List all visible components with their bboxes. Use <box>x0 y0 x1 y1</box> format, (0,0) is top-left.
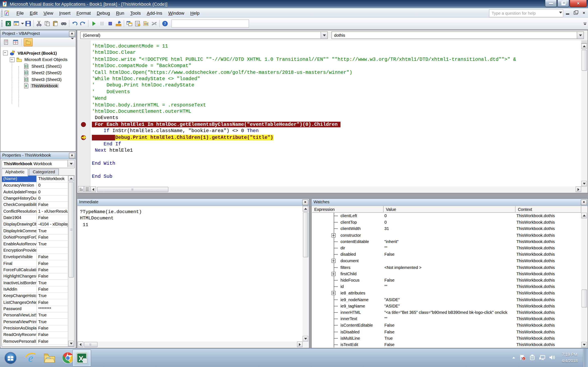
property-row[interactable]: PrecisionAsDisplayedFalse <box>2 325 74 332</box>
show-desktop-button[interactable] <box>584 349 588 367</box>
property-row[interactable]: (Name)ThisWorkbook <box>2 175 74 182</box>
immediate-vscrollbar[interactable] <box>303 206 309 342</box>
properties-close-icon[interactable]: × <box>69 153 75 158</box>
tree-item-sheet1sheet1[interactable]: Sheet1 (Sheet1) <box>22 63 63 69</box>
help-button[interactable]: ? <box>161 20 169 28</box>
code-line[interactable]: 'Call htmlDoc.Open("https://www.oddschec… <box>90 69 581 76</box>
code-line[interactable]: 'htmlIDoc.Clear <box>90 50 581 56</box>
menu-item-run[interactable]: Run <box>113 9 127 17</box>
object-combo-arrow-icon[interactable] <box>320 32 327 39</box>
object-browser-button[interactable] <box>142 20 150 28</box>
power-plug-icon[interactable] <box>529 354 536 362</box>
code-hscrollbar[interactable] <box>78 187 581 192</box>
object-combo[interactable]: (General) <box>80 31 328 39</box>
menu-item-help[interactable]: Help <box>187 9 203 17</box>
watch-row[interactable]: id""ThisWorkbook.dothis <box>312 284 581 290</box>
cut-button[interactable] <box>35 20 43 28</box>
tree-item-sheet3sheet3[interactable]: Sheet3 (Sheet3) <box>22 76 63 82</box>
menu-item-tools[interactable]: Tools <box>127 9 144 17</box>
watch-row[interactable]: innerText""ThisWorkbook.dothis <box>312 316 581 322</box>
code-line[interactable]: 'htmlDoc.documentMode = 11 <box>90 43 581 50</box>
save-button[interactable] <box>24 20 32 28</box>
properties-window-button[interactable] <box>134 20 142 28</box>
watch-row[interactable]: clientWidth31ThisWorkbook.dothis <box>312 225 581 232</box>
prop-vscroll-thumb[interactable] <box>69 182 74 277</box>
property-row[interactable]: InactiveListBorderVisibleTrue <box>2 280 74 286</box>
column-header-value[interactable]: Value <box>384 206 516 213</box>
property-row[interactable]: ForceFullCalculationFalse <box>2 267 74 273</box>
tab-alphabetic[interactable]: Alphabetic <box>1 169 28 176</box>
watch-row[interactable]: ie9_nodeName"ASIDE"ThisWorkbook.dothis <box>312 296 581 303</box>
watch-row[interactable]: isDisabledFalseThisWorkbook.dothis <box>312 329 581 335</box>
mdi-restore-button[interactable] <box>573 10 579 16</box>
property-row[interactable]: DoNotPromptForConvertFalse <box>2 234 74 241</box>
scroll-up-icon[interactable] <box>581 43 587 49</box>
menu-item-debug[interactable]: Debug <box>94 9 113 17</box>
help-search-input[interactable]: Type a question for help <box>489 9 563 17</box>
watch-row[interactable]: innerHTML"<a title="Bet 365" class="b90m… <box>312 309 581 316</box>
properties-vscrollbar[interactable] <box>68 175 74 346</box>
action-center-icon[interactable]: x <box>519 354 526 362</box>
code-line[interactable]: End With <box>90 160 581 167</box>
menu-item-insert[interactable]: Insert <box>56 9 73 17</box>
immediate-line[interactable]: 11 <box>80 222 88 229</box>
collapse-icon[interactable] <box>10 57 15 62</box>
windows-explorer-button[interactable] <box>41 350 58 367</box>
view-code-button[interactable] <box>2 38 10 46</box>
property-row[interactable]: HighlightChangesOnScreenFalse <box>2 273 74 280</box>
mdi-minimize-button[interactable] <box>565 10 570 16</box>
column-header-expression[interactable]: Expression <box>312 206 384 213</box>
watch-row[interactable]: firstChildThisWorkbook.dothis <box>312 271 581 277</box>
property-row[interactable]: ConflictResolution1 - xlUserResolution <box>2 208 74 215</box>
watch-row[interactable]: disabledFalseThisWorkbook.dothis <box>312 251 581 258</box>
scroll-left-icon[interactable] <box>90 187 96 192</box>
network-icon[interactable] <box>539 354 545 362</box>
watch-row[interactable]: isMultiLineTrueThisWorkbook.dothis <box>312 335 581 342</box>
code-line[interactable]: ' Debug.Print htmlDoc.readyState <box>90 82 581 89</box>
watch-scroll-down-icon[interactable] <box>581 342 587 348</box>
watch-row[interactable]: dir""ThisWorkbook.dothis <box>312 245 581 251</box>
redo-button[interactable] <box>79 20 87 28</box>
tree-item-thisworkbook[interactable]: XThisWorkbook <box>22 83 59 89</box>
code-line[interactable]: Debug.Print htmlEle1.Children(1).getAttr… <box>90 134 581 141</box>
menu-item-window[interactable]: Window <box>165 9 187 17</box>
undo-button[interactable] <box>70 20 79 28</box>
watches-vscrollbar[interactable] <box>581 213 587 347</box>
procedure-combo[interactable]: dothis <box>332 31 584 39</box>
property-row[interactable]: ReadOnlyRecommendedFalse <box>2 332 74 338</box>
code-hscroll-thumb[interactable] <box>97 187 168 192</box>
expand-icon[interactable] <box>332 272 336 276</box>
show-hidden-icons-button[interactable] <box>511 355 516 361</box>
watch-row[interactable]: filters<Not implemented >ThisWorkbook.do… <box>312 264 581 271</box>
project-explorer-button[interactable] <box>125 20 133 28</box>
split-handle[interactable] <box>581 40 587 43</box>
mdi-close-button[interactable]: × <box>581 10 587 16</box>
property-row[interactable]: DisplayDrawingObjects-4104 - xlDisplaySh… <box>2 221 74 228</box>
project-toolbar-overflow-icon[interactable] <box>71 39 75 46</box>
code-line[interactable]: End Sub <box>90 173 581 180</box>
restore-button[interactable] <box>557 0 569 7</box>
scroll-right-icon[interactable] <box>576 187 581 192</box>
menu-item-edit[interactable]: Edit <box>27 9 40 17</box>
watch-row[interactable]: contentEditable"inherit"ThisWorkbook.dot… <box>312 239 581 245</box>
breakpoint-icon[interactable] <box>81 122 86 127</box>
watch-row[interactable]: hideFocusFalseThisWorkbook.dothis <box>312 277 581 284</box>
menu-item-addins[interactable]: Add-Ins <box>144 9 165 17</box>
immediate-content[interactable]: ?TypeName(ie.document)HTMLDocument 11 <box>78 206 303 342</box>
code-line[interactable]: ' DoEvents <box>90 89 581 95</box>
property-row[interactable]: FinalFalse <box>2 260 74 267</box>
code-line[interactable] <box>90 154 581 160</box>
expand-icon[interactable] <box>332 233 336 237</box>
expand-icon[interactable] <box>332 291 336 295</box>
paste-button[interactable] <box>52 20 60 28</box>
start-button[interactable] <box>2 350 19 367</box>
taskbar-clock[interactable]: 7:19 PM 4/4/2018 <box>557 351 583 364</box>
code-vscrollbar[interactable] <box>581 40 587 186</box>
code-line[interactable]: 'Wend <box>90 95 581 102</box>
immediate-close-icon[interactable]: × <box>302 200 308 205</box>
property-row[interactable]: KeepChangeHistoryTrue <box>2 292 74 299</box>
watch-row[interactable]: documentThisWorkbook.dothis <box>312 258 581 264</box>
view-microsoft-excel-button[interactable]: X <box>4 20 12 28</box>
prop-scroll-up-icon[interactable] <box>68 175 74 181</box>
code-line[interactable] <box>90 167 581 173</box>
